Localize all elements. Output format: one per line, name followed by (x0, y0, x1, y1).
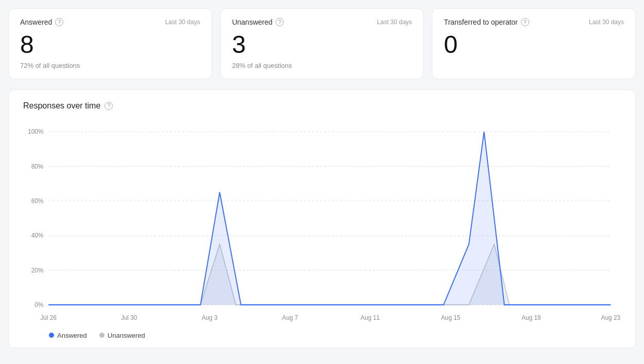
card-answered-period: Last 30 days (165, 19, 200, 26)
card-unanswered: Unanswered ? Last 30 days 3 28% of all q… (220, 8, 424, 79)
card-unanswered-header: Unanswered ? Last 30 days (232, 18, 412, 26)
card-answered-title-group: Answered ? (20, 18, 63, 26)
card-transferred-title: Transferred to operator (444, 18, 517, 26)
chart-header: Responses over time ? (23, 101, 621, 111)
card-unanswered-title-group: Unanswered ? (232, 18, 284, 26)
card-unanswered-sub: 28% of all questions (232, 62, 412, 69)
legend-answered-label: Answered (57, 332, 87, 339)
svg-text:100%: 100% (28, 128, 43, 135)
svg-marker-20 (48, 244, 611, 305)
svg-text:20%: 20% (31, 266, 44, 274)
chart-area: 100% 80% 60% 40% 20% 0% Jul 26 Jul 30 Au… (23, 121, 621, 326)
cards-row: Answered ? Last 30 days 8 72% of all que… (8, 8, 636, 79)
chart-section: Responses over time ? 100% 80% 60% 40% 2… (8, 89, 636, 348)
chart-svg: 100% 80% 60% 40% 20% 0% Jul 26 Jul 30 Au… (23, 121, 621, 326)
svg-text:Jul 30: Jul 30 (121, 314, 137, 321)
legend-unanswered-label: Unanswered (108, 332, 145, 339)
svg-marker-21 (48, 132, 611, 305)
card-answered: Answered ? Last 30 days 8 72% of all que… (8, 8, 212, 79)
answered-help-icon[interactable]: ? (55, 18, 63, 26)
unanswered-help-icon[interactable]: ? (275, 18, 284, 26)
svg-text:Aug 19: Aug 19 (521, 314, 541, 321)
svg-text:Aug 7: Aug 7 (282, 314, 298, 321)
svg-text:Aug 15: Aug 15 (441, 314, 461, 321)
transferred-help-icon[interactable]: ? (521, 18, 529, 26)
card-answered-sub: 72% of all questions (20, 62, 200, 69)
card-unanswered-title: Unanswered (232, 18, 273, 26)
svg-text:Jul 26: Jul 26 (40, 314, 57, 321)
card-transferred-period: Last 30 days (589, 19, 624, 26)
card-answered-title: Answered (20, 18, 52, 26)
svg-text:0%: 0% (34, 301, 43, 308)
card-transferred-header: Transferred to operator ? Last 30 days (444, 18, 624, 26)
legend-answered-dot (49, 333, 54, 338)
svg-text:Aug 11: Aug 11 (360, 314, 380, 321)
card-answered-value: 8 (20, 31, 200, 59)
svg-text:60%: 60% (31, 197, 44, 204)
legend-unanswered: Unanswered (99, 332, 145, 339)
card-answered-header: Answered ? Last 30 days (20, 18, 200, 26)
card-transferred-title-group: Transferred to operator ? (444, 18, 529, 26)
svg-text:40%: 40% (31, 232, 44, 239)
legend-unanswered-dot (99, 333, 105, 338)
svg-text:80%: 80% (31, 162, 44, 170)
svg-text:Aug 23: Aug 23 (601, 314, 621, 321)
svg-text:Aug 3: Aug 3 (202, 314, 218, 321)
card-transferred: Transferred to operator ? Last 30 days 0 (432, 8, 636, 79)
legend-answered: Answered (49, 332, 87, 339)
chart-legend: Answered Unanswered (23, 332, 621, 339)
card-transferred-value: 0 (444, 31, 624, 59)
chart-title: Responses over time (23, 101, 100, 111)
chart-help-icon[interactable]: ? (105, 102, 113, 110)
card-unanswered-value: 3 (232, 31, 412, 59)
card-unanswered-period: Last 30 days (377, 19, 412, 26)
